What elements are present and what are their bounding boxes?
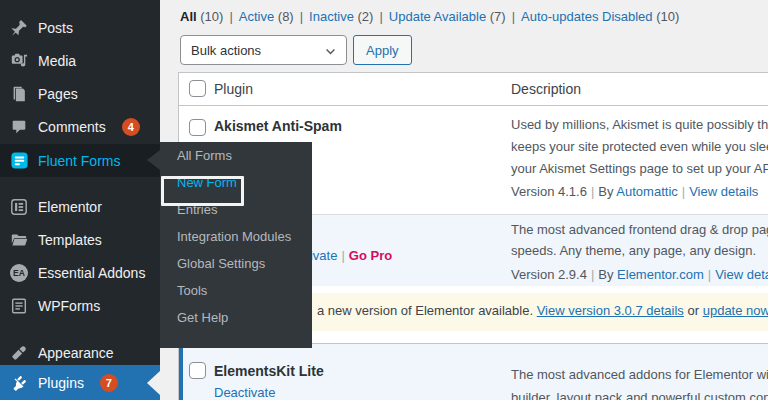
select-all-checkbox[interactable] [189,80,206,97]
wpforms-icon [9,296,29,316]
view-details-link[interactable]: View details [689,184,758,199]
plugin-name: Akismet Anti-Spam [214,118,342,134]
update-now-link[interactable]: update now [703,303,768,318]
submenu-item-all-forms[interactable]: All Forms [160,142,312,169]
sidebar-item-media[interactable]: Media [0,44,160,77]
elementskit-row-actions: Deactivate [214,385,275,400]
view-details-link[interactable]: View details [715,267,768,282]
filter-separator: | [512,9,515,24]
plugin-description-line: keeps your site protected even while you… [511,139,768,154]
action-separator: | [341,248,344,263]
plugin-status-filters: All (10)|Active (8)|Inactive (2)|Update … [180,9,679,24]
plugin-description-line: speeds. Any theme, any page, any design. [511,243,756,258]
filter-update-available-count: (7) [490,9,506,24]
appearance-brush-icon [9,343,29,363]
submenu-item-integration-modules[interactable]: Integration Modules [160,223,312,250]
by-text: By [598,267,613,282]
filter-active[interactable]: Active [239,9,274,24]
table-row-elementskit: ElementsKit Lite Deactivate The most adv… [179,343,768,400]
filter-autoupdates-disabled-count: (10) [656,9,679,24]
comments-icon [9,117,29,137]
sidebar-item-plugins[interactable]: Plugins 7 [0,365,160,400]
submenu-item-get-help[interactable]: Get Help [160,304,312,331]
sidebar-item-wpforms[interactable]: WPForms [0,289,160,322]
filter-autoupdates-disabled[interactable]: Auto-updates Disabled [521,9,653,24]
filter-separator: | [229,9,232,24]
sidebar-item-comments[interactable]: Comments 4 [0,110,160,143]
sidebar-item-label: Essential Addons [38,265,145,281]
flyout-arrow [147,150,160,170]
templates-folder-icon [9,230,29,250]
filter-active-count: (8) [278,9,294,24]
elementor-icon [9,197,29,217]
plugin-meta-line: Version 4.1.6|By Automattic|View details [511,184,758,199]
sidebar-item-label: Pages [38,86,78,102]
update-notice-text: a new version of Elementor available. Vi… [317,303,768,318]
sidebar-item-label: Appearance [38,345,114,361]
fluent-forms-submenu: All Forms New Form Entries Integration M… [160,142,312,348]
filter-all[interactable]: All [180,9,197,24]
plugin-description-line: The most advanced addons for Elementor w… [511,367,768,382]
chevron-down-icon [324,45,337,61]
sidebar-item-elementor[interactable]: Elementor [0,190,160,223]
meta-separator: | [708,267,711,282]
apply-button[interactable]: Apply [353,35,412,65]
essential-addons-icon: EA [9,263,29,283]
wordpress-admin-plugins-page: Posts Media Pages Comments 4 Fluen [0,0,768,400]
pushpin-icon [9,18,29,38]
admin-sidebar: Posts Media Pages Comments 4 Fluen [0,0,160,400]
submenu-item-global-settings[interactable]: Global Settings [160,250,312,277]
sidebar-item-fluent-forms[interactable]: Fluent Forms [0,144,160,177]
filter-inactive[interactable]: Inactive [309,9,354,24]
sidebar-item-templates[interactable]: Templates [0,223,160,256]
by-text: By [598,184,613,199]
filter-all-count: (10) [200,9,223,24]
submenu-item-tools[interactable]: Tools [160,277,312,304]
media-icon [9,51,29,71]
deactivate-link[interactable]: Deactivate [214,385,275,400]
filter-update-available[interactable]: Update Available [389,9,486,24]
plugins-plug-icon [9,373,29,393]
sidebar-item-posts[interactable]: Posts [0,11,160,44]
current-menu-arrow [147,371,160,395]
meta-separator: | [682,184,685,199]
plugin-description-line: Used by millions, Akismet is quite possi… [511,117,768,132]
sidebar-item-label: Plugins [38,375,84,391]
new-form-highlight-box [161,176,244,206]
sidebar-item-label: Posts [38,20,73,36]
bulk-actions-value: Bulk actions [191,43,261,58]
notice-message: a new version of Elementor available. [317,303,533,318]
meta-separator: | [591,267,594,282]
view-version-details-link[interactable]: View version 3.0.7 details [537,303,684,318]
filter-separator: | [300,9,303,24]
column-header-description: Description [511,81,581,97]
version-text: Version 2.9.4 [511,267,587,282]
filter-separator: | [379,9,382,24]
author-link[interactable]: Automattic [616,184,677,199]
ea-monogram: EA [10,264,28,282]
fluent-forms-icon [9,151,29,171]
plugin-name: ElementsKit Lite [214,363,324,379]
akismet-row-checkbox[interactable] [189,119,206,136]
sidebar-item-label: Media [38,53,76,69]
comments-count-badge: 4 [122,118,140,136]
pages-icon [9,84,29,104]
author-link[interactable]: Elementor.com [617,267,704,282]
filter-inactive-count: (2) [358,9,374,24]
bulk-actions-select[interactable]: Bulk actions [180,35,347,65]
meta-separator: | [591,184,594,199]
notice-or: or [688,303,700,318]
table-header-row: Plugin Description [179,73,768,106]
go-pro-link[interactable]: Go Pro [349,248,392,263]
sidebar-item-pages[interactable]: Pages [0,77,160,110]
column-header-plugin: Plugin [214,81,253,97]
sidebar-item-label: Comments [38,119,106,135]
sidebar-item-label: Fluent Forms [38,153,120,169]
sidebar-item-essential-addons[interactable]: EA Essential Addons [0,256,160,289]
plugin-description-line: your Akismet Settings page to set up you… [511,161,768,176]
sidebar-item-label: Elementor [38,199,102,215]
version-text: Version 4.1.6 [511,184,587,199]
plugin-description-line: builder, layout pack and powerful custom… [511,390,768,400]
sidebar-item-label: WPForms [38,298,100,314]
elementskit-row-checkbox[interactable] [189,362,206,379]
